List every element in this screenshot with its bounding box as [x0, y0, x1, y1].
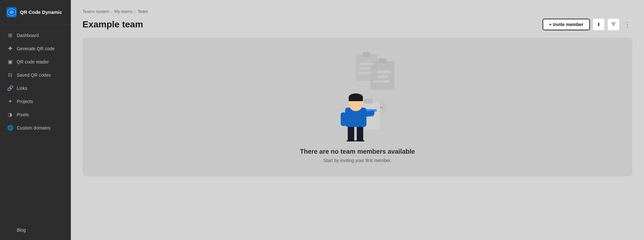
svg-rect-29: [341, 112, 346, 126]
sidebar-item-pixels[interactable]: ◑ Pixels: [0, 108, 71, 121]
saved-qr-icon: ⊟: [7, 72, 13, 78]
main-content: Teams system › My teams › Team Example t…: [71, 0, 644, 240]
empty-state-card: There are no team members available Star…: [82, 38, 632, 176]
filter-button[interactable]: [607, 18, 620, 31]
breadcrumb-sep-2: ›: [134, 9, 136, 14]
projects-icon: ✦: [7, 98, 13, 104]
sidebar: QR Code Dynamic ⊞ Dashboard ✚ Generate Q…: [0, 0, 71, 240]
svg-rect-7: [378, 58, 386, 63]
custom-domains-icon: 🌐: [7, 125, 13, 131]
sidebar-item-links[interactable]: 🔗 Links: [0, 82, 71, 95]
sidebar-nav: ⊞ Dashboard ✚ Generate QR code ▣ QR code…: [0, 25, 71, 240]
toolbar: + Invite member ⬇ ⋮: [543, 18, 632, 31]
svg-rect-20: [364, 99, 373, 104]
svg-rect-14: [359, 67, 371, 70]
pixels-icon: ◑: [7, 111, 13, 118]
sidebar-item-custom-domains[interactable]: 🌐 Custom domains: [0, 121, 71, 134]
sidebar-item-blog[interactable]: Blog: [0, 224, 71, 236]
app-logo-icon: [6, 7, 17, 17]
sidebar-item-label: Pixels: [17, 112, 29, 117]
dashboard-icon: ⊞: [7, 32, 13, 38]
sidebar-item-label: Generate QR code: [17, 46, 55, 51]
download-button[interactable]: ⬇: [592, 18, 605, 31]
svg-rect-23: [348, 125, 354, 141]
svg-rect-32: [349, 97, 363, 101]
sidebar-item-label: Saved QR codes: [17, 72, 51, 78]
breadcrumb: Teams system › My teams › Team: [82, 9, 632, 14]
page-title-row: Example team + Invite member ⬇: [82, 18, 632, 31]
page-title: Example team: [82, 19, 143, 30]
more-options-button[interactable]: ⋮: [622, 19, 632, 30]
filter-icon: [611, 22, 616, 28]
sidebar-item-qr-reader[interactable]: ▣ QR code reader: [0, 55, 71, 68]
svg-rect-12: [363, 52, 370, 57]
app-name: QR Code Dynamic: [20, 9, 62, 15]
sidebar-item-label: Blog: [17, 227, 26, 233]
sidebar-item-label: Custom domains: [17, 125, 51, 130]
sidebar-item-generate-qr[interactable]: ✚ Generate QR code: [0, 42, 71, 55]
svg-rect-15: [359, 72, 373, 74]
svg-rect-24: [357, 125, 363, 141]
sidebar-item-projects[interactable]: ✦ Projects: [0, 95, 71, 108]
empty-illustration: [309, 51, 406, 141]
sidebar-item-label: QR code reader: [17, 59, 49, 64]
sidebar-item-dashboard[interactable]: ⊞ Dashboard: [0, 29, 71, 42]
sidebar-item-label: Links: [17, 86, 27, 91]
links-icon: 🔗: [7, 85, 13, 91]
breadcrumb-my-teams[interactable]: My teams: [114, 9, 132, 14]
svg-rect-13: [359, 63, 374, 65]
qr-reader-icon: ▣: [7, 59, 13, 65]
more-icon: ⋮: [624, 21, 630, 28]
download-icon: ⬇: [597, 22, 601, 27]
breadcrumb-teams-system[interactable]: Teams system: [82, 9, 109, 14]
invite-member-button[interactable]: + Invite member: [543, 19, 590, 30]
sidebar-item-saved-qr[interactable]: ⊟ Saved QR codes: [0, 68, 71, 82]
generate-qr-icon: ✚: [7, 45, 13, 52]
breadcrumb-sep-1: ›: [111, 9, 112, 14]
sidebar-item-label: Dashboard: [17, 33, 39, 38]
sidebar-logo: QR Code Dynamic: [0, 0, 71, 25]
empty-state-subtitle: Start by inviting your first member.: [323, 158, 392, 163]
sidebar-item-label: Projects: [17, 99, 33, 104]
empty-state-title: There are no team members available: [300, 148, 415, 155]
breadcrumb-team: Team: [137, 9, 148, 14]
content-area: Teams system › My teams › Team Example t…: [71, 0, 644, 240]
